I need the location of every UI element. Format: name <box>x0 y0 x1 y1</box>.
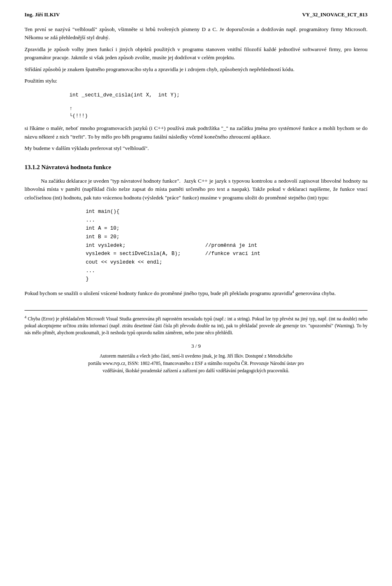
footer-line-2: portálu www.rvp.cz, ISSN: 1802-4785, fin… <box>24 360 368 367</box>
paragraph-1: Ten první se nazývá "velbloudí" způsob, … <box>24 25 368 42</box>
header-right: VY_32_INOVACE_ICT_813 <box>302 11 368 18</box>
bottom-footer: Autorem materiálu a všech jeho částí, ne… <box>24 353 368 374</box>
page: Ing. Jiří ILKIV VY_32_INOVACE_ICT_813 Te… <box>0 0 392 586</box>
code-row-8: ... <box>86 267 261 275</box>
code-row-5: int vysledek; //proměnná je int <box>86 242 261 250</box>
main-content: Ten první se nazývá "velbloudí" způsob, … <box>24 25 368 298</box>
paragraph-7: Pokud bychom se snažili o uložení vrácen… <box>24 289 368 298</box>
code-row-1: int main(){ <box>86 208 261 216</box>
footnote: 4 Chyba (Error) je překladačem Microsoft… <box>24 315 368 337</box>
code-block-2: int main(){ ... int A = 10; int B = 20; … <box>86 208 261 284</box>
page-header: Ing. Jiří ILKIV VY_32_INOVACE_ICT_813 <box>24 11 368 18</box>
subsection-label: Použitím stylu: <box>24 77 368 85</box>
footer-divider: 4 Chyba (Error) je překladačem Microsoft… <box>24 310 368 337</box>
footnote-text: Chyba (Error) je překladačem Microsoft V… <box>24 316 368 335</box>
paragraph-2: Zpravidla je způsob volby jmen funkcí i … <box>24 45 368 62</box>
code-row-4: int B = 20; <box>86 233 261 242</box>
code-block-1: int _secti_dve_cisla(int X, int Y); <box>69 91 368 99</box>
section-heading: 13.1.2 Návratová hodnota funkce <box>24 163 368 172</box>
header-left: Ing. Jiří ILKIV <box>24 11 60 18</box>
arrow-annotation: ↑ └(!!!) <box>69 105 368 121</box>
arrow-line2: └(!!!) <box>69 112 368 120</box>
paragraph-3: Střídání způsobů je znakem špatného prog… <box>24 65 368 74</box>
footer-line-1: Autorem materiálu a všech jeho částí, ne… <box>24 353 368 360</box>
code-row-7: cout << vysledek << endl; <box>86 258 261 267</box>
paragraph-5: My budeme v dalším výkladu preferovat st… <box>24 144 368 152</box>
code-row-2: ... <box>86 216 261 225</box>
paragraph-4: si říkáme o malér, neboť mnoho programov… <box>24 124 368 141</box>
footer-line-3: vzdělávání, školské poradenské zařízení … <box>24 367 368 375</box>
paragraph-6: Na začátku deklarace je uveden "typ návr… <box>24 177 368 202</box>
code-row-3: int A = 10; <box>86 224 261 233</box>
code-row-9: } <box>86 275 261 284</box>
arrow-line1: ↑ <box>69 105 368 113</box>
code-row-6: vysledek = sectiDveCisla(A, B); //funkce… <box>86 250 261 258</box>
page-number: 3 / 9 <box>24 343 368 349</box>
footnote-number: 4 <box>24 315 27 319</box>
